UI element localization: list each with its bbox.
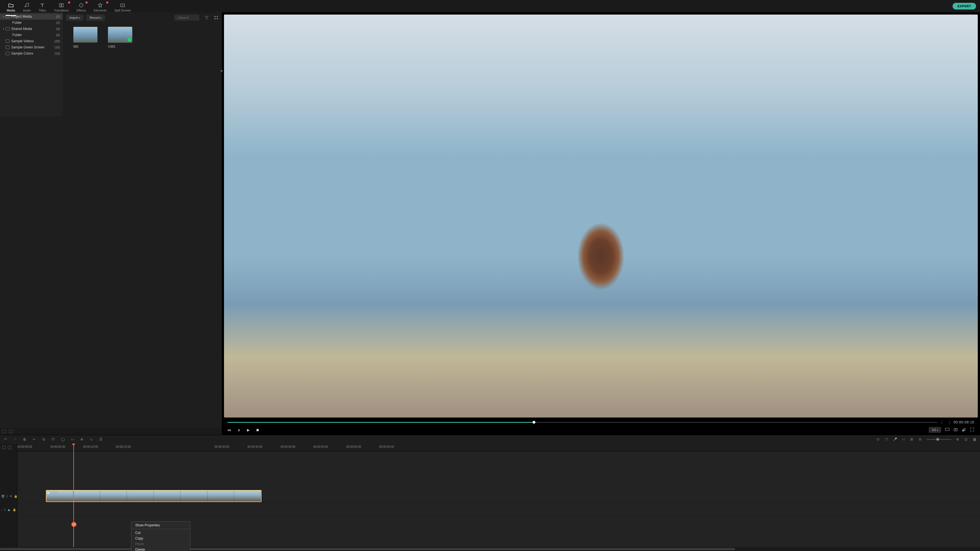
media-thumbnail[interactable]: 002 (73, 27, 97, 48)
grid-view-icon[interactable] (214, 15, 218, 20)
ruler-tick: 00:00:50:00 (346, 445, 361, 448)
ctx-cut[interactable]: Cut (131, 530, 190, 536)
clip-label: C001 (51, 491, 58, 494)
next-range-icon[interactable]: ⟩ (945, 420, 954, 424)
tab-effects[interactable]: Effects (73, 1, 90, 14)
tab-transitions[interactable]: Transitions (50, 1, 73, 14)
tab-titles[interactable]: Titles (35, 1, 50, 14)
tree-item[interactable]: ▾ Project Media(2) (0, 13, 63, 20)
lock-icon[interactable]: 🔒 (14, 495, 17, 497)
timeline-clip[interactable]: ▶ C001 (46, 490, 261, 502)
ruler-tick: 00:00:30:00 (215, 445, 229, 448)
ctx-delete[interactable]: Delete (131, 547, 190, 551)
redo-icon[interactable]: ↷ (13, 437, 18, 441)
media-tree: ▾ Project Media(2)Folder(2)▾ Shared Medi… (0, 12, 63, 117)
timeline-ruler[interactable]: 00:00:00:0000:00:05:0000:00:10:0000:00:1… (18, 443, 980, 451)
preview-quality-select[interactable]: 1/2 ▾ (929, 427, 941, 433)
tree-count: (0) (56, 33, 60, 37)
tab-split-screen[interactable]: Split Screen (111, 1, 135, 14)
audio-track-header[interactable]: ♪1 🔈 🔒 (0, 503, 17, 516)
snapshot-icon[interactable] (953, 427, 958, 433)
ctx-copy[interactable]: Copy (131, 536, 190, 541)
tab-media-label: Media (7, 9, 15, 12)
skip-back-icon[interactable]: ⏮ (228, 428, 231, 432)
scissors-marker-icon[interactable]: ✂ (72, 522, 76, 527)
tree-item[interactable]: Folder(0) (0, 32, 63, 38)
chevron-down-icon: ▾ (100, 17, 102, 19)
track-settings-icon[interactable] (2, 446, 6, 449)
delete-folder-icon[interactable] (9, 430, 13, 433)
ruler-tick: 00:00:00:00 (18, 445, 32, 448)
tree-label: Sample Green Screen (11, 45, 54, 49)
search-field[interactable] (179, 16, 196, 19)
track-motion-icon[interactable]: ⊕ (80, 437, 84, 441)
mixer-icon[interactable]: ⊙ (876, 437, 880, 441)
playhead[interactable] (73, 443, 74, 547)
preview-scrubber[interactable] (228, 422, 937, 423)
new-folder-icon[interactable] (2, 430, 6, 433)
tree-label: Shared Media (11, 27, 56, 31)
record-button[interactable]: Record ▾ (86, 14, 105, 21)
zoom-out-icon[interactable]: ⊖ (918, 437, 922, 441)
voice-icon[interactable]: 🎤 (892, 437, 897, 441)
export-button[interactable]: EXPORT (953, 3, 976, 10)
tree-item[interactable]: Sample Green Screen(10) (0, 44, 63, 50)
delete-icon[interactable]: 🗑 (22, 437, 27, 441)
prev-range-icon[interactable]: ⟨ (937, 420, 945, 424)
volume-icon[interactable]: 🔊 (962, 428, 966, 432)
collapse-handle-icon[interactable]: ◂ (220, 68, 222, 73)
filter-icon[interactable] (204, 15, 209, 20)
step-back-icon[interactable]: ⏴ (237, 428, 241, 432)
tab-audio-label: Audio (23, 9, 31, 12)
undo-icon[interactable]: ↶ (3, 437, 8, 441)
play-icon[interactable]: ▶ (247, 428, 250, 432)
video-track-header[interactable]: 🎬1 👁 🔒 (0, 489, 17, 503)
new-badge-icon (68, 2, 70, 4)
preview-panel: ⟨ ⟩ 00:00:08:15 ⏮ ⏴ ▶ ⏹ 1/2 ▾ 🔊 (222, 12, 980, 435)
keyframe-icon[interactable]: ◇ (89, 437, 94, 441)
zoom-in-icon[interactable]: ⊕ (955, 437, 960, 441)
zoom-slider[interactable] (926, 439, 951, 440)
tree-item[interactable]: Sample Colors(15) (0, 50, 63, 57)
tab-audio[interactable]: Audio (19, 1, 35, 14)
split-icon[interactable]: ✂ (32, 437, 37, 441)
speed-icon[interactable]: ⏱ (51, 437, 56, 441)
tree-count: (15) (54, 52, 60, 55)
tree-item[interactable]: Sample Videos(20) (0, 38, 63, 44)
video-track-icon: 🎬 (1, 495, 5, 498)
empty-track-area[interactable] (18, 451, 980, 489)
fullscreen-icon[interactable] (970, 427, 974, 433)
visibility-icon[interactable]: 👁 (10, 495, 12, 498)
audio-track-icon: ♪ (1, 508, 3, 511)
green-screen-icon[interactable]: ▭ (70, 437, 75, 441)
stop-icon[interactable]: ⏹ (256, 428, 259, 432)
scrub-knob[interactable] (533, 421, 535, 424)
preview-viewport[interactable] (224, 14, 978, 418)
crop-icon[interactable]: ⧉ (41, 437, 46, 441)
color-icon[interactable]: ◯ (60, 437, 65, 441)
track-link-icon[interactable] (8, 446, 11, 449)
search-input[interactable]: ⌕ (174, 14, 199, 21)
mute-icon[interactable]: 🔈 (8, 508, 11, 511)
marker-icon[interactable]: ▽ (884, 437, 889, 441)
video-track[interactable]: ▶ C001 (18, 489, 980, 503)
ctx-show-properties[interactable]: Show Properties (131, 522, 190, 528)
sync-icon[interactable]: ⊞ (910, 437, 914, 441)
audio-track[interactable] (18, 503, 980, 516)
tab-media[interactable]: Media (3, 1, 19, 14)
import-button[interactable]: Import ▾ (66, 14, 83, 21)
ctx-paste[interactable]: Paste (131, 541, 190, 547)
display-icon[interactable] (945, 427, 950, 433)
ruler-tick: 00:00:40:00 (280, 445, 295, 448)
tab-elements[interactable]: Elements (90, 1, 111, 14)
settings-icon[interactable]: ☰ (99, 437, 103, 441)
lock-icon[interactable]: 🔒 (13, 508, 15, 511)
tree-item[interactable]: Folder(2) (0, 20, 63, 26)
render-icon[interactable]: ▭ (901, 437, 905, 441)
tree-count: (2) (56, 15, 60, 18)
tree-count: (20) (54, 40, 60, 43)
zoom-fit-icon[interactable]: ⊡ (964, 437, 968, 441)
tree-item[interactable]: ▾ Shared Media(0) (0, 26, 63, 32)
media-thumbnail[interactable]: C001 (108, 27, 132, 48)
view-mode-icon[interactable]: ▦ (972, 437, 977, 441)
